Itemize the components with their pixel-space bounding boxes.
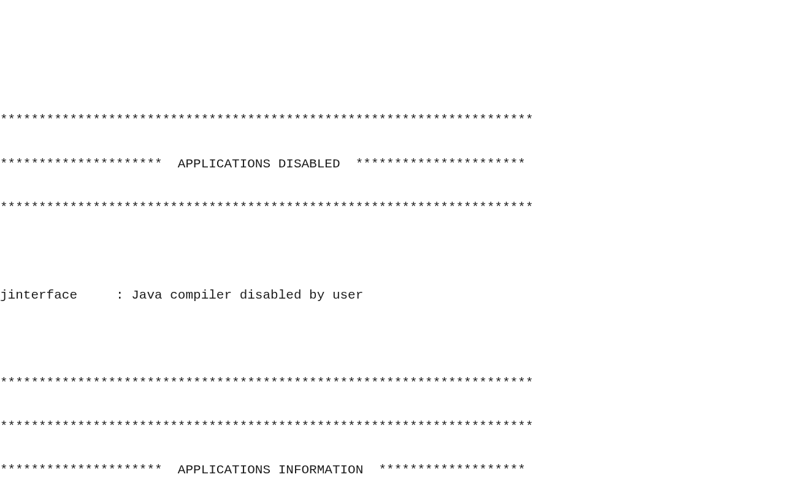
jinterface-entry: jinterface : Java compiler disabled by u… bbox=[0, 284, 812, 307]
blank-line bbox=[0, 328, 812, 350]
banner-stars: ****************************************… bbox=[0, 109, 812, 131]
apps-info-header: ********************* APPLICATIONS INFOR… bbox=[0, 459, 812, 481]
apps-disabled-header: ********************* APPLICATIONS DISAB… bbox=[0, 153, 812, 175]
terminal-output: ****************************************… bbox=[0, 88, 812, 504]
blank-line bbox=[0, 241, 812, 263]
banner-stars: ****************************************… bbox=[0, 372, 812, 394]
banner-stars: ****************************************… bbox=[0, 197, 812, 219]
banner-stars: ****************************************… bbox=[0, 416, 812, 438]
